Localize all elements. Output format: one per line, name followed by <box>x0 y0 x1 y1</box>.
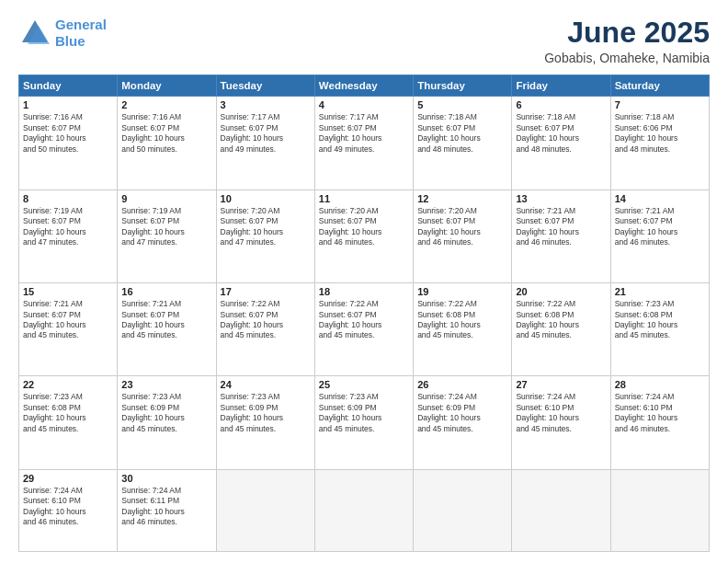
col-saturday: Saturday <box>610 75 709 97</box>
table-row: 24Sunrise: 7:23 AM Sunset: 6:09 PM Dayli… <box>216 376 314 469</box>
day-info: Sunrise: 7:23 AM Sunset: 6:09 PM Dayligh… <box>221 392 311 434</box>
table-row: 20Sunrise: 7:22 AM Sunset: 6:08 PM Dayli… <box>512 283 610 376</box>
day-info: Sunrise: 7:22 AM Sunset: 6:08 PM Dayligh… <box>516 299 606 341</box>
day-number: 29 <box>23 473 113 484</box>
day-number: 21 <box>615 286 705 297</box>
day-info: Sunrise: 7:24 AM Sunset: 6:10 PM Dayligh… <box>615 392 705 434</box>
day-number: 22 <box>23 379 113 390</box>
col-friday: Friday <box>512 75 610 97</box>
day-info: Sunrise: 7:24 AM Sunset: 6:11 PM Dayligh… <box>121 486 211 528</box>
table-row: 3Sunrise: 7:17 AM Sunset: 6:07 PM Daylig… <box>216 97 314 190</box>
day-info: Sunrise: 7:20 AM Sunset: 6:07 PM Dayligh… <box>221 206 311 248</box>
header: General Blue June 2025 Gobabis, Omaheke,… <box>18 17 710 65</box>
table-row <box>216 469 314 551</box>
day-number: 14 <box>615 193 705 204</box>
day-number: 16 <box>121 286 211 297</box>
day-number: 28 <box>615 379 705 390</box>
table-row: 15Sunrise: 7:21 AM Sunset: 6:07 PM Dayli… <box>19 283 118 376</box>
table-row <box>512 469 610 551</box>
day-number: 1 <box>23 99 113 110</box>
day-number: 15 <box>23 286 113 297</box>
day-info: Sunrise: 7:22 AM Sunset: 6:07 PM Dayligh… <box>319 299 409 341</box>
day-number: 9 <box>121 193 211 204</box>
logo-general: General <box>55 17 107 32</box>
day-number: 26 <box>417 379 507 390</box>
table-row: 18Sunrise: 7:22 AM Sunset: 6:07 PM Dayli… <box>314 283 413 376</box>
day-info: Sunrise: 7:24 AM Sunset: 6:10 PM Dayligh… <box>516 392 606 434</box>
day-info: Sunrise: 7:23 AM Sunset: 6:09 PM Dayligh… <box>319 392 409 434</box>
logo: General Blue <box>18 17 107 50</box>
col-sunday: Sunday <box>19 75 118 97</box>
day-info: Sunrise: 7:17 AM Sunset: 6:07 PM Dayligh… <box>221 112 311 155</box>
table-row: 29Sunrise: 7:24 AM Sunset: 6:10 PM Dayli… <box>19 469 118 551</box>
calendar-table: Sunday Monday Tuesday Wednesday Thursday… <box>18 75 710 552</box>
day-number: 7 <box>615 99 705 110</box>
col-thursday: Thursday <box>414 75 512 97</box>
day-info: Sunrise: 7:23 AM Sunset: 6:09 PM Dayligh… <box>121 392 211 434</box>
calendar-row: 8Sunrise: 7:19 AM Sunset: 6:07 PM Daylig… <box>19 190 710 282</box>
calendar-header-row: Sunday Monday Tuesday Wednesday Thursday… <box>19 75 710 97</box>
day-number: 27 <box>516 379 606 390</box>
logo-icon <box>18 17 51 50</box>
table-row: 19Sunrise: 7:22 AM Sunset: 6:08 PM Dayli… <box>414 283 512 376</box>
col-wednesday: Wednesday <box>314 75 413 97</box>
day-number: 6 <box>516 99 606 110</box>
table-row: 6Sunrise: 7:18 AM Sunset: 6:07 PM Daylig… <box>512 97 610 190</box>
table-row: 1Sunrise: 7:16 AM Sunset: 6:07 PM Daylig… <box>19 97 118 190</box>
day-number: 13 <box>516 193 606 204</box>
day-number: 30 <box>121 473 211 484</box>
day-info: Sunrise: 7:18 AM Sunset: 6:07 PM Dayligh… <box>417 112 507 155</box>
table-row <box>314 469 413 551</box>
table-row: 13Sunrise: 7:21 AM Sunset: 6:07 PM Dayli… <box>512 190 610 282</box>
table-row: 21Sunrise: 7:23 AM Sunset: 6:08 PM Dayli… <box>610 283 709 376</box>
table-row: 2Sunrise: 7:16 AM Sunset: 6:07 PM Daylig… <box>118 97 216 190</box>
calendar-row: 1Sunrise: 7:16 AM Sunset: 6:07 PM Daylig… <box>19 97 710 190</box>
day-info: Sunrise: 7:19 AM Sunset: 6:07 PM Dayligh… <box>121 206 211 248</box>
table-row: 23Sunrise: 7:23 AM Sunset: 6:09 PM Dayli… <box>118 376 216 469</box>
table-row: 10Sunrise: 7:20 AM Sunset: 6:07 PM Dayli… <box>216 190 314 282</box>
day-info: Sunrise: 7:23 AM Sunset: 6:08 PM Dayligh… <box>23 392 113 434</box>
day-number: 18 <box>319 286 409 297</box>
table-row: 12Sunrise: 7:20 AM Sunset: 6:07 PM Dayli… <box>414 190 512 282</box>
table-row: 25Sunrise: 7:23 AM Sunset: 6:09 PM Dayli… <box>314 376 413 469</box>
table-row: 11Sunrise: 7:20 AM Sunset: 6:07 PM Dayli… <box>314 190 413 282</box>
logo-blue: Blue <box>55 33 85 49</box>
calendar-row: 29Sunrise: 7:24 AM Sunset: 6:10 PM Dayli… <box>19 469 710 551</box>
table-row: 30Sunrise: 7:24 AM Sunset: 6:11 PM Dayli… <box>118 469 216 551</box>
day-number: 8 <box>23 193 113 204</box>
table-row: 16Sunrise: 7:21 AM Sunset: 6:07 PM Dayli… <box>118 283 216 376</box>
table-row: 9Sunrise: 7:19 AM Sunset: 6:07 PM Daylig… <box>118 190 216 282</box>
day-number: 25 <box>319 379 409 390</box>
table-row: 8Sunrise: 7:19 AM Sunset: 6:07 PM Daylig… <box>19 190 118 282</box>
day-info: Sunrise: 7:17 AM Sunset: 6:07 PM Dayligh… <box>319 112 409 155</box>
day-info: Sunrise: 7:21 AM Sunset: 6:07 PM Dayligh… <box>121 299 211 341</box>
page: General Blue June 2025 Gobabis, Omaheke,… <box>0 0 728 563</box>
table-row <box>414 469 512 551</box>
table-row: 4Sunrise: 7:17 AM Sunset: 6:07 PM Daylig… <box>314 97 413 190</box>
title-area: June 2025 Gobabis, Omaheke, Namibia <box>544 17 710 65</box>
day-info: Sunrise: 7:23 AM Sunset: 6:08 PM Dayligh… <box>615 299 705 341</box>
day-info: Sunrise: 7:21 AM Sunset: 6:07 PM Dayligh… <box>516 206 606 248</box>
table-row: 17Sunrise: 7:22 AM Sunset: 6:07 PM Dayli… <box>216 283 314 376</box>
table-row: 22Sunrise: 7:23 AM Sunset: 6:08 PM Dayli… <box>19 376 118 469</box>
day-info: Sunrise: 7:24 AM Sunset: 6:09 PM Dayligh… <box>417 392 507 434</box>
calendar-row: 22Sunrise: 7:23 AM Sunset: 6:08 PM Dayli… <box>19 376 710 469</box>
day-number: 10 <box>221 193 311 204</box>
day-info: Sunrise: 7:16 AM Sunset: 6:07 PM Dayligh… <box>23 112 113 155</box>
col-monday: Monday <box>118 75 216 97</box>
day-number: 23 <box>121 379 211 390</box>
table-row: 27Sunrise: 7:24 AM Sunset: 6:10 PM Dayli… <box>512 376 610 469</box>
day-info: Sunrise: 7:18 AM Sunset: 6:07 PM Dayligh… <box>516 112 606 155</box>
day-info: Sunrise: 7:21 AM Sunset: 6:07 PM Dayligh… <box>615 206 705 248</box>
table-row: 7Sunrise: 7:18 AM Sunset: 6:06 PM Daylig… <box>610 97 709 190</box>
logo-text: General Blue <box>55 17 107 50</box>
location-title: Gobabis, Omaheke, Namibia <box>544 51 710 65</box>
day-number: 24 <box>221 379 311 390</box>
day-info: Sunrise: 7:20 AM Sunset: 6:07 PM Dayligh… <box>319 206 409 248</box>
day-info: Sunrise: 7:21 AM Sunset: 6:07 PM Dayligh… <box>23 299 113 341</box>
day-info: Sunrise: 7:16 AM Sunset: 6:07 PM Dayligh… <box>121 112 211 155</box>
month-title: June 2025 <box>544 17 710 49</box>
day-info: Sunrise: 7:20 AM Sunset: 6:07 PM Dayligh… <box>417 206 507 248</box>
table-row: 28Sunrise: 7:24 AM Sunset: 6:10 PM Dayli… <box>610 376 709 469</box>
day-number: 19 <box>417 286 507 297</box>
